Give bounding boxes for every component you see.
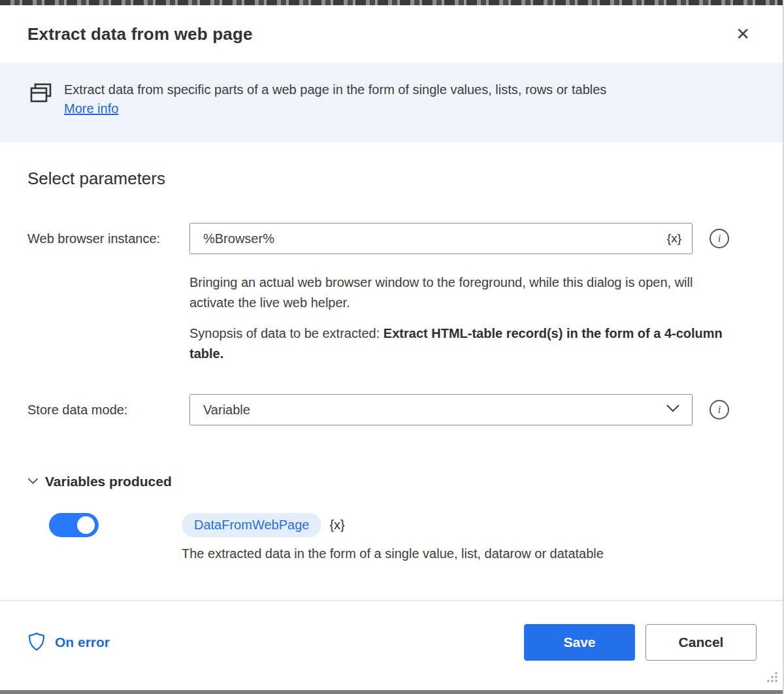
store-data-mode-field-wrap: Variable [189, 394, 693, 425]
select-parameters-heading: Select parameters [27, 169, 755, 189]
variables-produced-header[interactable]: Variables produced [27, 474, 755, 489]
background-window-strip [0, 0, 783, 5]
info-banner: Extract data from specific parts of a we… [0, 63, 783, 142]
live-helper-text: Bringing an actual web browser window to… [189, 273, 732, 313]
on-error-button[interactable]: On error [27, 632, 110, 653]
window-bottom-edge [0, 690, 783, 694]
chevron-down-icon [27, 476, 39, 487]
close-button[interactable]: ✕ [729, 22, 757, 46]
extract-data-dialog: Extract data from web page ✕ Extract dat… [0, 0, 784, 694]
variable-pill-line: DataFromWebPage {x} [182, 513, 604, 537]
variable-main: DataFromWebPage {x} The extracted data i… [182, 513, 604, 561]
store-data-mode-value: Variable [203, 403, 250, 418]
web-browser-instance-field-wrap: {x} [189, 223, 693, 254]
store-data-mode-info-button[interactable]: i [710, 400, 729, 420]
cancel-button[interactable]: Cancel [645, 624, 757, 661]
web-browser-instance-label: Web browser instance: [27, 231, 189, 246]
variable-description: The extracted data in the form of a sing… [182, 546, 604, 561]
extract-data-icon [29, 81, 54, 108]
info-icon: i [718, 232, 721, 245]
variable-picker-button[interactable]: {x} [657, 223, 692, 254]
variable-picker-icon: {x} [667, 231, 681, 245]
save-button[interactable]: Save [524, 624, 635, 661]
variable-row: DataFromWebPage {x} The extracted data i… [27, 513, 755, 561]
info-icon: i [718, 403, 721, 416]
store-data-mode-select[interactable]: Variable [189, 394, 693, 425]
dialog-content: Select parameters Web browser instance: … [0, 142, 783, 600]
toggle-knob [77, 516, 95, 534]
web-browser-instance-input-box: {x} [189, 223, 693, 254]
store-data-mode-row: Store data mode: Variable i [27, 394, 755, 425]
footer-buttons: Save Cancel [524, 624, 757, 661]
store-data-mode-label: Store data mode: [27, 403, 189, 418]
banner-body: Extract data from specific parts of a we… [64, 80, 606, 116]
variables-produced-heading: Variables produced [45, 474, 172, 489]
helper-block: Bringing an actual web browser window to… [189, 273, 732, 364]
dialog-footer: On error Save Cancel [0, 601, 783, 690]
synopsis-text: Synopsis of data to be extracted: Extrac… [189, 323, 732, 364]
variable-toggle-col [27, 513, 182, 537]
web-browser-instance-input[interactable] [190, 223, 657, 254]
dialog-header: Extract data from web page ✕ [0, 5, 783, 63]
shield-icon [27, 632, 46, 653]
web-browser-instance-info-button[interactable]: i [710, 229, 729, 248]
banner-description: Extract data from specific parts of a we… [64, 80, 606, 100]
on-error-label: On error [55, 635, 110, 650]
dialog-title: Extract data from web page [27, 24, 253, 44]
variable-picker-icon: {x} [329, 518, 344, 533]
variable-enabled-toggle[interactable] [49, 513, 99, 537]
web-browser-instance-row: Web browser instance: {x} i [27, 223, 755, 254]
variable-name-pill[interactable]: DataFromWebPage [182, 513, 321, 537]
resize-grip[interactable] [766, 670, 779, 686]
close-icon: ✕ [736, 24, 750, 44]
more-info-link[interactable]: More info [64, 101, 118, 116]
synopsis-prefix: Synopsis of data to be extracted: [189, 326, 384, 340]
chevron-down-icon [666, 404, 680, 416]
